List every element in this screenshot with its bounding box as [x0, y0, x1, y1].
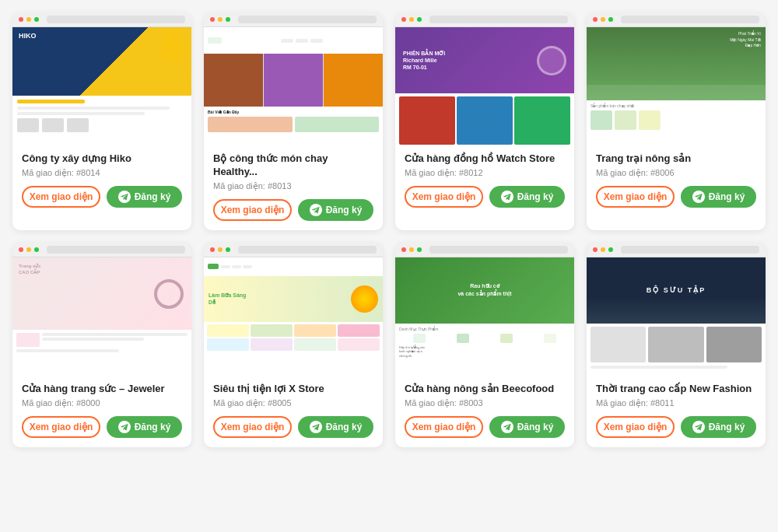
browser-dot-yellow: [601, 247, 605, 252]
card-body: Bộ công thức món chay Healthy...Mã giao …: [204, 145, 383, 230]
preview-jewelry: Trang sứcCAO CẤP: [12, 243, 191, 375]
preview-inner: HIKO: [12, 27, 191, 145]
register-button[interactable]: Đăng ký: [298, 416, 373, 438]
browser-dot-yellow: [26, 247, 31, 252]
browser-address-bar: [47, 16, 185, 23]
view-button[interactable]: Xem giao diện: [22, 186, 100, 208]
register-label: Đăng ký: [709, 191, 745, 202]
browser-chrome: [12, 243, 191, 257]
register-button[interactable]: Đăng ký: [681, 416, 756, 438]
card-title: Cửa hàng đồng hồ Watch Store: [405, 152, 565, 166]
telegram-icon: [310, 204, 322, 216]
browser-dot-red: [593, 17, 598, 22]
card-actions: Xem giao diện Đăng ký: [405, 416, 565, 438]
browser-dot-red: [401, 247, 406, 252]
browser-dot-green: [34, 247, 39, 252]
card-code: Mã giao diện: #8005: [213, 398, 373, 408]
card-code: Mã giao diện: #8000: [22, 398, 182, 408]
card-body: Cửa hàng nông sản BeecofoodMã giao diện:…: [395, 375, 574, 447]
register-label: Đăng ký: [517, 191, 554, 202]
preview-chay: Bài Viết Gần Đây: [204, 12, 383, 145]
card-actions: Xem giao diện Đăng ký: [22, 186, 182, 208]
card-body: Trang trại nông sảnMã giao diện: #8006Xe…: [587, 145, 766, 217]
browser-dot-red: [593, 247, 598, 252]
preview-beeco: Rau hữu cơvà các sản phẩm thịt Danh Mục …: [395, 243, 574, 375]
register-button[interactable]: Đăng ký: [489, 416, 565, 438]
card-fashion: BỘ SƯU TẬP Thời trang cao cấp New Fashio…: [587, 243, 766, 447]
register-button[interactable]: Đăng ký: [298, 199, 373, 221]
browser-dot-green: [608, 17, 613, 22]
browser-chrome: [587, 12, 766, 27]
card-code: Mã giao diện: #8013: [213, 181, 373, 191]
view-button[interactable]: Xem giao diện: [22, 416, 100, 438]
card-code: Mã giao diện: #8006: [596, 168, 756, 178]
card-body: Thời trang cao cấp New FashionMã giao di…: [587, 375, 766, 447]
telegram-icon: [692, 421, 705, 433]
browser-dot-red: [401, 17, 406, 22]
browser-address-bar: [621, 16, 759, 23]
card-code: Mã giao diện: #8014: [22, 168, 182, 178]
preview-hiko: HIKO: [12, 12, 191, 145]
browser-dot-yellow: [218, 247, 223, 252]
register-label: Đăng ký: [135, 191, 171, 202]
browser-dot-yellow: [409, 247, 414, 252]
card-title: Cửa hàng nông sản Beecofood: [405, 383, 565, 396]
card-farm: Phát Triển VìMột Ngày Mai TốtĐẹp Hơn Sản…: [587, 12, 766, 230]
card-actions: Xem giao diện Đăng ký: [22, 416, 182, 438]
register-button[interactable]: Đăng ký: [681, 186, 756, 208]
preview-inner: PHIÊN BẢN MỚIRichard MilleRM 70-01: [395, 27, 574, 145]
browser-dot-red: [210, 17, 215, 22]
browser-dot-yellow: [601, 17, 605, 22]
card-body: Cửa hàng trang sức – JewelerMã giao diện…: [12, 375, 191, 447]
browser-dot-yellow: [26, 17, 31, 22]
card-body: Cửa hàng đồng hồ Watch StoreMã giao diện…: [395, 145, 574, 217]
card-actions: Xem giao diện Đăng ký: [213, 416, 373, 438]
browser-dot-yellow: [409, 17, 414, 22]
preview-inner: Trang sứcCAO CẤP: [12, 257, 191, 375]
telegram-icon: [310, 421, 322, 433]
card-beeco: Rau hữu cơvà các sản phẩm thịt Danh Mục …: [395, 243, 574, 447]
preview-inner: BỘ SƯU TẬP: [587, 257, 766, 375]
telegram-icon: [501, 191, 513, 203]
register-button[interactable]: Đăng ký: [107, 416, 182, 438]
card-title: Thời trang cao cấp New Fashion: [596, 383, 756, 396]
card-title: Bộ công thức món chay Healthy...: [213, 152, 373, 179]
card-title: Công ty xây dựng Hiko: [22, 152, 182, 166]
register-button[interactable]: Đăng ký: [107, 186, 182, 208]
browser-address-bar: [238, 16, 377, 23]
register-label: Đăng ký: [326, 422, 363, 432]
browser-dot-green: [226, 17, 230, 22]
view-button[interactable]: Xem giao diện: [213, 416, 292, 438]
telegram-icon: [501, 421, 513, 433]
register-button[interactable]: Đăng ký: [489, 186, 565, 208]
view-button[interactable]: Xem giao diện: [405, 186, 483, 208]
preview-farm: Phát Triển VìMột Ngày Mai TốtĐẹp Hơn Sản…: [587, 12, 766, 145]
view-button[interactable]: Xem giao diện: [213, 199, 292, 221]
preview-inner: Rau hữu cơvà các sản phẩm thịt Danh Mục …: [395, 257, 574, 375]
view-button[interactable]: Xem giao diện: [596, 416, 675, 438]
register-label: Đăng ký: [517, 422, 554, 432]
preview-watch: PHIÊN BẢN MỚIRichard MilleRM 70-01: [395, 12, 574, 145]
browser-chrome: [395, 243, 574, 257]
telegram-icon: [118, 191, 131, 203]
preview-inner: Làm Bữa SángDễ: [204, 257, 383, 375]
card-body: Công ty xây dựng HikoMã giao diện: #8014…: [12, 145, 191, 217]
browser-dot-green: [417, 17, 422, 22]
preview-fashion: BỘ SƯU TẬP: [587, 243, 766, 375]
browser-dot-yellow: [218, 17, 223, 22]
browser-dot-green: [608, 247, 613, 252]
browser-dot-green: [34, 17, 39, 22]
card-actions: Xem giao diện Đăng ký: [213, 199, 373, 221]
browser-chrome: [12, 12, 191, 27]
view-button[interactable]: Xem giao diện: [596, 186, 675, 208]
preview-xstore: Làm Bữa SángDễ: [204, 243, 383, 375]
browser-dot-red: [19, 17, 23, 22]
card-code: Mã giao diện: #8012: [405, 168, 565, 178]
card-hiko: HIKO Công ty xây dựng HikoMã giao diện: …: [12, 12, 191, 230]
card-actions: Xem giao diện Đăng ký: [405, 186, 565, 208]
view-button[interactable]: Xem giao diện: [405, 416, 483, 438]
browser-address-bar: [621, 246, 759, 254]
card-code: Mã giao diện: #8011: [596, 398, 756, 408]
browser-chrome: [204, 12, 383, 27]
browser-address-bar: [429, 16, 568, 23]
